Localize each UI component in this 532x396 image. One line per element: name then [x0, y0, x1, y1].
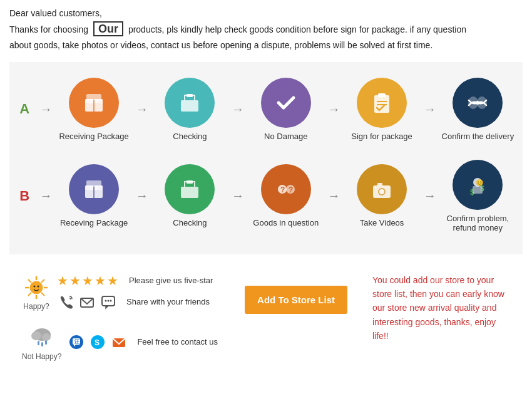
flow-circle-b2 [165, 164, 215, 214]
happy-row: Happy? ★★★★★ Please give us five-star [22, 273, 213, 311]
handshake-icon-a5 [464, 89, 491, 117]
envelope-icon [78, 293, 96, 311]
flow-item-a5: Confirm the delivery [439, 78, 516, 141]
package-icon-a1 [80, 89, 108, 117]
arrow-b0: → [39, 189, 52, 203]
store-btn-area: Add To Store List [232, 273, 360, 326]
intro-block: Dear valued customers, Thanks for choosi… [9, 6, 523, 53]
unhappy-block: Not Happy? 汪 [22, 323, 220, 361]
intro-line2: Thanks for choosing Our products, pls ki… [9, 20, 523, 38]
left-col: Happy? ★★★★★ Please give us five-star [22, 273, 220, 361]
taobao-icon: 汪 [68, 333, 85, 351]
svg-point-41 [34, 285, 36, 287]
arrow-b2: → [232, 189, 244, 203]
svg-rect-16 [86, 180, 101, 187]
share-text: Share with your friends [126, 297, 210, 306]
svg-point-49 [31, 331, 41, 340]
svg-rect-52 [41, 342, 43, 346]
flow-circle-a4 [357, 78, 407, 128]
camera-icon-b4 [368, 175, 396, 203]
contact-icons: 汪 S [68, 333, 128, 351]
flow-label-b1: Receving Package [60, 218, 128, 227]
svg-line-38 [41, 293, 44, 296]
intro-post: products, pls kindly help check goods co… [128, 24, 466, 34]
flow-label-a4: Sign for package [351, 132, 412, 141]
share-row: Share with your friends [57, 293, 213, 311]
question-icon-b3: ? ? [272, 175, 300, 203]
add-store-button[interactable]: Add To Store List [245, 286, 347, 314]
svg-point-45 [105, 300, 107, 301]
brand-name: Our [93, 21, 123, 36]
svg-point-25 [379, 189, 384, 194]
flow-circle-a2 [165, 78, 215, 128]
share-icons [57, 293, 117, 311]
svg-text:汪: 汪 [74, 339, 80, 345]
flow-circle-b1 [69, 164, 119, 214]
flow-label-b5: Confirm problem,refund money [447, 214, 509, 232]
svg-line-37 [28, 279, 31, 283]
refund-icon-b5: 😊 $ $ [464, 171, 491, 199]
star-icons: ★★★★★ [57, 273, 120, 288]
arrow-a0: → [39, 102, 52, 117]
happy-label: Happy? [23, 302, 49, 311]
arrow-a4: → [424, 102, 436, 117]
svg-rect-18 [187, 180, 193, 184]
svg-rect-51 [38, 341, 39, 345]
skype-icon: S [89, 333, 106, 351]
flow-circle-a5 [453, 78, 503, 128]
flow-label-b: B [16, 188, 33, 204]
flow-row-b: B → Receving Package → [16, 154, 516, 239]
happy-actions: ★★★★★ Please give us five-star [57, 273, 213, 311]
svg-rect-3 [86, 94, 101, 100]
clipboard-icon-a4 [368, 89, 396, 117]
flow-item-b4: Take Videos [343, 164, 420, 227]
intro-pre: Thanks for choosing [9, 24, 88, 34]
email-icon [110, 333, 128, 351]
unhappy-label: Not Happy? [22, 352, 61, 361]
package-icon-b1 [80, 175, 108, 203]
svg-rect-4 [181, 100, 198, 112]
svg-point-12 [476, 101, 479, 105]
contact-text: Feel free to contact us [137, 337, 218, 346]
flow-item-b2: Checking [151, 164, 228, 227]
arrow-b4: → [424, 189, 436, 203]
contact-actions: 汪 S [68, 333, 218, 351]
sun-icon [22, 273, 51, 302]
arrow-a3: → [327, 102, 340, 117]
flow-circle-a3 [261, 78, 311, 128]
bottom-section: Happy? ★★★★★ Please give us five-star [9, 267, 523, 367]
svg-point-46 [108, 300, 110, 301]
svg-rect-17 [181, 187, 198, 198]
phone-icon [57, 293, 74, 311]
svg-text:?: ? [289, 185, 293, 194]
flow-circle-b4 [357, 164, 407, 214]
svg-point-42 [38, 285, 39, 287]
arrow-b3: → [327, 189, 340, 203]
svg-rect-7 [378, 93, 386, 97]
svg-rect-26 [377, 183, 382, 186]
checking-icon-a2 [176, 89, 203, 117]
flow-circle-b3: ? ? [261, 164, 311, 214]
svg-text:S: S [95, 338, 100, 347]
flow-item-b5: 😊 $ $ Confirm problem,refund money [439, 160, 516, 232]
arrow-b1: → [136, 189, 148, 203]
unhappy-mood: Not Happy? [22, 323, 61, 361]
flow-label-a1: Receiving Package [59, 132, 128, 141]
svg-rect-5 [187, 94, 193, 97]
checking-icon-b2 [176, 175, 203, 203]
flow-section: A → Receiving Package → [9, 62, 523, 254]
flow-circle-a1 [69, 78, 119, 128]
arrow-a2: → [232, 102, 244, 117]
svg-point-50 [42, 333, 51, 341]
flow-item-b1: Receving Package [55, 164, 132, 227]
flow-item-a4: Sign for package [343, 78, 420, 141]
cloud-rain-icon [28, 323, 56, 352]
flow-label-b2: Checking [173, 218, 207, 227]
svg-text:?: ? [280, 185, 285, 194]
checkmark-icon-a3 [272, 89, 300, 117]
flow-label-a3: No Damage [264, 132, 307, 141]
flow-label-b4: Take Videos [360, 218, 404, 227]
flow-item-a1: Receiving Package [55, 78, 132, 141]
svg-rect-53 [45, 340, 47, 345]
stars-text: Please give us five-star [129, 276, 213, 285]
